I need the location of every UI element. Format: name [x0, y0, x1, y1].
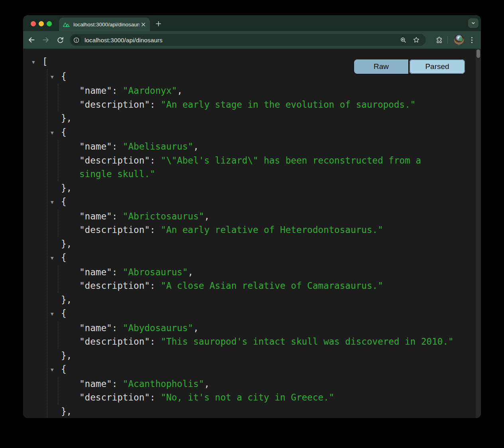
json-string-value: "Aardonyx": [123, 85, 177, 96]
json-key: "description": [79, 280, 150, 291]
json-object-body: "name": "Abydosaurus","description": "Th…: [58, 321, 457, 349]
json-key: "description": [79, 392, 150, 403]
json-key-value-line: "description": "This sauropod's intact s…: [79, 335, 457, 349]
browser-tab[interactable]: localhost:3000/api/dinosaurs: [59, 18, 150, 31]
json-object-body: "name": "Abrosaurus","description": "A c…: [58, 265, 457, 293]
object-close-brace: },: [61, 239, 72, 249]
expand-toggle-icon[interactable]: ▼: [51, 251, 61, 265]
object-close-brace: },: [61, 350, 72, 361]
extensions-puzzle-icon[interactable]: [434, 35, 444, 45]
json-colon: :: [112, 85, 123, 96]
json-key: "name": [79, 379, 112, 389]
json-key-value-line: "description": "\"Abel's lizard\" has be…: [79, 154, 457, 181]
tab-title: localhost:3000/api/dinosaurs: [73, 22, 140, 28]
json-colon: :: [150, 392, 161, 403]
expand-toggle-icon[interactable]: ▼: [51, 195, 61, 209]
json-string-value: "Acanthopholis": [123, 379, 204, 389]
json-key: "description": [79, 225, 150, 235]
json-key-value-line: "name": "Abydosaurus",: [79, 321, 457, 335]
json-comma: ,: [204, 211, 210, 221]
json-object-body: "name": "Acanthopholis","description": "…: [58, 377, 457, 405]
site-info-icon[interactable]: [71, 35, 81, 45]
json-key-value-line: "name": "Abrosaurus",: [79, 265, 457, 279]
close-window-button[interactable]: [31, 21, 36, 26]
json-object-open-line: ▼{: [47, 251, 457, 265]
json-string-value: "Abydosaurus": [123, 323, 193, 333]
json-key-value-line: "description": "An early stage in the ev…: [79, 98, 457, 112]
toolbar-divider: [447, 36, 448, 43]
profile-avatar[interactable]: [454, 35, 464, 45]
json-object-close-line: },: [47, 111, 457, 125]
json-key: "description": [79, 336, 150, 347]
json-key-value-line: "description": "An early relative of Het…: [79, 223, 457, 237]
zoom-icon[interactable]: [398, 35, 408, 45]
json-colon: :: [150, 155, 161, 166]
expand-toggle-icon[interactable]: ▼: [51, 70, 61, 84]
json-tree-children: ▼{"name": "Aardonyx","description": "An …: [47, 69, 457, 418]
nuxt-favicon-icon: [63, 21, 70, 28]
json-comma: ,: [204, 379, 210, 389]
json-colon: :: [112, 323, 123, 333]
json-comma: ,: [193, 141, 199, 152]
object-open-brace: {: [61, 308, 67, 318]
json-key-value-line: "name": "Aardonyx",: [79, 84, 457, 98]
json-key: "description": [79, 99, 150, 110]
array-open-bracket: [: [42, 56, 48, 67]
json-comma: ,: [193, 323, 199, 333]
object-open-brace: {: [61, 127, 67, 137]
tab-strip: localhost:3000/api/dinosaurs: [23, 15, 481, 31]
scrollbar-track[interactable]: [476, 49, 481, 418]
json-string-value: "Abrosaurus": [123, 267, 188, 277]
new-tab-button[interactable]: [154, 19, 163, 28]
url-bar[interactable]: localhost:3000/api/dinosaurs: [70, 34, 426, 46]
json-object-close-line: },: [47, 181, 457, 195]
browser-window: localhost:3000/api/dinosaurs: [23, 15, 481, 418]
object-open-brace: {: [61, 71, 67, 81]
json-colon: :: [150, 336, 161, 347]
object-close-brace: },: [61, 294, 72, 305]
json-key-value-line: "description": "No, it's not a city in G…: [79, 391, 457, 405]
expand-toggle-icon[interactable]: ▼: [51, 363, 61, 377]
browser-toolbar: localhost:3000/api/dinosaurs: [23, 31, 481, 49]
json-key: "name": [79, 85, 112, 96]
json-string-value: "This sauropod's intact skull was discov…: [161, 336, 454, 347]
json-string-value: "Abelisaurus": [123, 141, 193, 152]
expand-toggle-icon[interactable]: ▼: [51, 307, 61, 321]
json-comma: ,: [177, 85, 183, 96]
parsed-button[interactable]: Parsed: [410, 59, 465, 74]
kebab-menu-icon[interactable]: [467, 35, 477, 45]
expand-toggle-icon[interactable]: ▼: [51, 126, 61, 140]
json-object-body: "name": "Abrictosaurus","description": "…: [58, 209, 457, 237]
object-close-brace: },: [61, 183, 72, 193]
json-key-value-line: "description": "A close Asian relative o…: [79, 279, 457, 293]
json-colon: :: [112, 211, 123, 221]
json-object-open-line: ▼{: [47, 195, 457, 209]
object-close-brace: },: [61, 113, 72, 123]
json-key: "name": [79, 141, 112, 152]
reload-icon[interactable]: [54, 34, 66, 46]
json-key-value-line: "name": "Abrictosaurus",: [79, 209, 457, 223]
scrollbar-thumb[interactable]: [476, 49, 480, 58]
json-key: "name": [79, 323, 112, 333]
json-viewer-page: ▼[ ▼{"name": "Aardonyx","description": "…: [23, 49, 481, 418]
forward-arrow-icon[interactable]: [40, 34, 52, 46]
json-object-body: "name": "Abelisaurus","description": "\"…: [58, 140, 457, 181]
expand-toggle-icon[interactable]: ▼: [32, 55, 42, 69]
json-object-open-line: ▼{: [47, 125, 457, 140]
tab-close-icon[interactable]: [140, 21, 147, 28]
raw-parsed-toggle: Raw Parsed: [354, 59, 465, 74]
json-colon: :: [150, 225, 161, 235]
chevron-down-icon[interactable]: [468, 18, 478, 28]
raw-button[interactable]: Raw: [354, 59, 410, 74]
json-object-close-line: },: [47, 237, 457, 251]
json-key: "name": [79, 211, 112, 221]
bookmark-star-icon[interactable]: [411, 35, 421, 45]
minimize-window-button[interactable]: [39, 21, 44, 26]
json-colon: :: [150, 99, 161, 110]
json-string-value: "No, it's not a city in Greece.": [161, 392, 334, 403]
traffic-lights: [31, 21, 52, 26]
json-string-value: "A close Asian relative of Camarasaurus.…: [161, 280, 383, 291]
url-text: localhost:3000/api/dinosaurs: [85, 37, 395, 43]
maximize-window-button[interactable]: [47, 21, 52, 26]
back-arrow-icon[interactable]: [26, 34, 37, 46]
